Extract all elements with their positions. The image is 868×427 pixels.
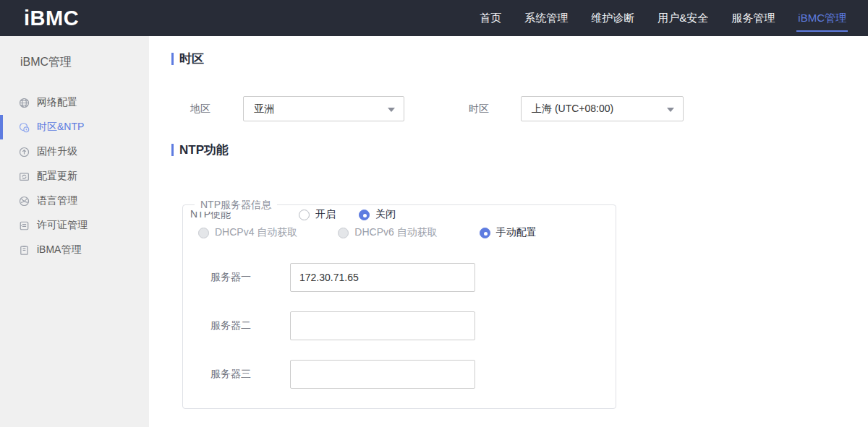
dhcpv4-radio [198,228,209,238]
sidebar-item-label: iBMA管理 [37,243,81,256]
sidebar-item-timezone-ntp[interactable]: 时区&NTP [0,115,149,139]
manual-config-label[interactable]: 手动配置 [496,226,537,239]
chevron-down-icon [667,108,674,112]
language-icon [18,195,30,207]
timezone-form-row: 地区 亚洲 时区 上海 (UTC+08:00) [190,96,684,121]
dhcpv6-label: DHCPv6 自动获取 [354,226,437,239]
sidebar-item-language-management[interactable]: 语言管理 [0,189,149,213]
server2-input[interactable] [290,311,475,340]
sidebar-item-network-config[interactable]: 网络配置 [0,90,149,115]
ntp-mode-row: DHCPv4 自动获取 DHCPv6 自动获取 手动配置 [198,226,537,239]
timezone-select-value: 上海 (UTC+08:00) [532,103,613,116]
ibmc-logo: iBMC [24,7,79,30]
top-nav: 首页 系统管理 维护诊断 用户&安全 服务管理 iBMC管理 [468,0,858,36]
sidebar-item-config-update[interactable]: 配置更新 [0,164,149,189]
server3-label: 服务器三 [210,368,261,381]
sidebar-item-label: 许可证管理 [37,219,88,232]
nav-item-services[interactable]: 服务管理 [720,0,786,36]
section-accent-bar [171,144,174,156]
manual-config-radio[interactable] [480,228,490,238]
clock-icon [18,121,30,133]
section-accent-bar [171,53,174,65]
upload-circle-icon [18,146,30,158]
section-title-ntp: NTP功能 [171,142,229,158]
sidebar-item-label: 网络配置 [37,96,77,109]
nav-item-maintenance[interactable]: 维护诊断 [579,0,646,36]
dhcpv4-label: DHCPv4 自动获取 [215,226,297,239]
nav-item-system[interactable]: 系统管理 [513,0,579,36]
ntp-server-group-legend: NTP服务器信息 [195,199,277,212]
sidebar-title: iBMC管理 [20,55,149,70]
sidebar-item-firmware-upgrade[interactable]: 固件升级 [0,139,149,164]
license-icon [18,220,30,231]
section-title-text: 时区 [179,51,204,67]
server1-input[interactable] [290,263,475,292]
sidebar: iBMC管理 网络配置 时区&NTP [0,36,149,427]
nav-item-home[interactable]: 首页 [468,0,513,36]
sidebar-item-label: 语言管理 [37,194,77,207]
sidebar-item-license-management[interactable]: 许可证管理 [0,213,149,238]
sidebar-item-label: 时区&NTP [37,121,84,134]
region-select[interactable]: 亚洲 [243,96,404,121]
sidebar-item-label: 固件升级 [37,145,77,158]
dhcpv6-radio [338,228,349,238]
topbar: iBMC 首页 系统管理 维护诊断 用户&安全 服务管理 iBMC管理 [0,0,868,36]
chevron-down-icon [388,108,395,112]
nav-item-user-security[interactable]: 用户&安全 [646,0,720,36]
sidebar-item-ibma-management[interactable]: iBMA管理 [0,238,149,262]
section-title-text: NTP功能 [179,142,229,158]
sidebar-menu: 网络配置 时区&NTP 固件升级 [0,90,149,262]
timezone-select[interactable]: 上海 (UTC+08:00) [521,96,684,121]
server-row: 服务器二 [183,311,475,340]
clipboard-icon [18,244,30,256]
region-select-value: 亚洲 [254,103,274,116]
region-label: 地区 [190,103,210,116]
main-content: 时区 地区 亚洲 时区 上海 (UTC+08:00) NTP功能 NTP使能 开… [149,36,868,427]
config-update-icon [18,171,30,182]
sidebar-item-label: 配置更新 [37,170,77,183]
server3-input[interactable] [290,360,475,389]
timezone-label: 时区 [469,103,489,116]
globe-icon [18,97,30,108]
server2-label: 服务器二 [210,319,261,332]
server-row: 服务器一 [183,263,475,292]
server-row: 服务器三 [183,360,475,389]
server1-label: 服务器一 [210,271,261,284]
ntp-server-group: NTP服务器信息 DHCPv4 自动获取 DHCPv6 自动获取 手动配置 服务… [182,204,616,409]
section-title-timezone: 时区 [171,51,204,67]
nav-item-ibmc-management[interactable]: iBMC管理 [786,0,858,36]
